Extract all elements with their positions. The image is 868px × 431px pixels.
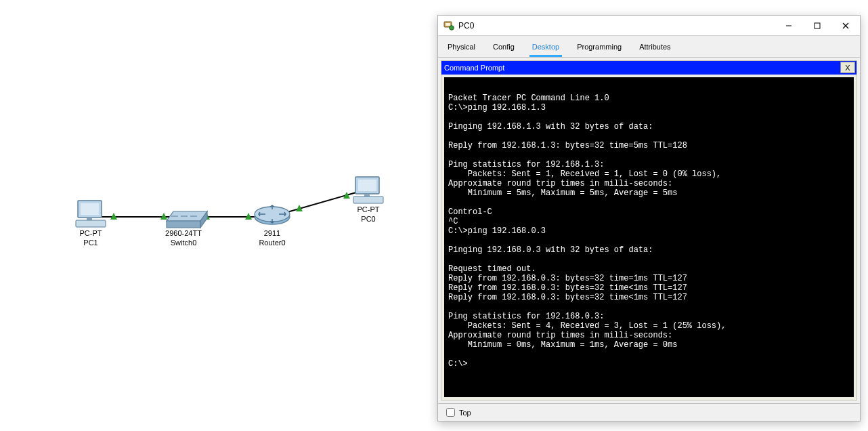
minimize-button[interactable]	[775, 16, 803, 35]
app-icon	[443, 20, 454, 31]
label-pc0-name: PC0	[361, 215, 375, 223]
svg-rect-12	[76, 220, 106, 227]
device-pc1[interactable]	[76, 201, 106, 227]
subwindow-titlebar[interactable]: Command Prompt X	[441, 61, 856, 75]
device-pc0[interactable]	[353, 177, 383, 203]
link-light-icon	[110, 192, 350, 220]
bottom-bar: Top	[438, 403, 860, 421]
label-router0-type: 2911	[264, 229, 280, 237]
top-checkbox[interactable]	[446, 408, 455, 417]
svg-point-27	[450, 25, 454, 30]
maximize-button[interactable]	[803, 16, 831, 35]
svg-rect-10	[81, 203, 99, 215]
svg-rect-22	[358, 180, 376, 191]
command-prompt-terminal[interactable]: Packet Tracer PC Command Line 1.0 C:\>pi…	[444, 77, 854, 397]
svg-rect-24	[353, 197, 383, 203]
label-pc1-type: PC-PT	[80, 229, 102, 237]
label-switch0-type: 2960-24TT	[165, 229, 202, 237]
subwindow-close-button[interactable]: X	[840, 62, 855, 73]
titlebar[interactable]: PC0	[438, 16, 860, 36]
svg-rect-26	[446, 23, 450, 26]
device-switch0[interactable]	[167, 211, 207, 228]
label-pc0-type: PC-PT	[357, 205, 380, 213]
svg-rect-23	[364, 194, 370, 197]
tab-desktop[interactable]: Desktop	[529, 38, 562, 57]
subwindow-title: Command Prompt	[444, 64, 504, 72]
svg-marker-14	[167, 221, 200, 228]
tab-attributes[interactable]: Attributes	[636, 38, 673, 57]
tab-config[interactable]: Config	[490, 38, 517, 57]
tab-bar: Physical Config Desktop Programming Attr…	[438, 36, 860, 58]
label-switch0: 2960-24TT Switch0	[156, 229, 211, 248]
close-button[interactable]	[831, 16, 860, 35]
device-router0[interactable]	[255, 205, 290, 224]
top-checkbox-label: Top	[459, 409, 471, 417]
pc0-window: PC0 Physical Config Desktop Programming …	[437, 15, 861, 422]
label-router0: 2911 Router0	[245, 229, 299, 248]
desktop-pane: Command Prompt X Packet Tracer PC Comman…	[441, 60, 857, 401]
svg-rect-29	[815, 23, 820, 28]
label-pc1: PC-PT PC1	[64, 229, 118, 248]
label-router0-name: Router0	[259, 239, 285, 247]
label-pc1-name: PC1	[83, 239, 97, 247]
tab-programming[interactable]: Programming	[574, 38, 624, 57]
topology-canvas[interactable]: PC-PT PC1 2960-24TT Switch0 2911 Router0…	[0, 0, 433, 431]
tab-physical[interactable]: Physical	[445, 38, 478, 57]
label-switch0-name: Switch0	[171, 239, 197, 247]
svg-rect-11	[87, 218, 92, 220]
label-pc0: PC-PT PC0	[341, 205, 395, 224]
window-title: PC0	[458, 21, 474, 30]
